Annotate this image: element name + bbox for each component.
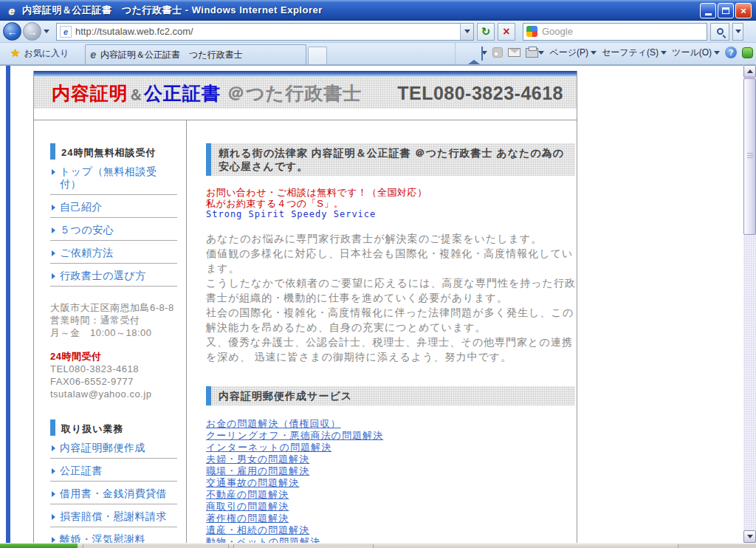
page-left-accent-strip — [6, 66, 10, 544]
arrow-up-icon — [747, 69, 753, 73]
window-controls: × — [700, 3, 752, 18]
page-menu-button[interactable]: ページ(P) — [549, 44, 597, 61]
navigation-bar: ← → e ↻ × — [0, 21, 756, 43]
sidebar-item-label: ご依頼方法 — [60, 247, 114, 259]
section-accent-bar — [50, 419, 55, 436]
taskbar-button[interactable] — [233, 544, 374, 548]
sidebar-item-label: ５つの安心 — [60, 224, 114, 236]
link-real-estate[interactable]: 不動産の問題解決 — [206, 489, 289, 501]
arrow-right-icon — [52, 227, 55, 233]
address-dropdown[interactable] — [460, 24, 473, 40]
scroll-down-button[interactable] — [743, 530, 756, 543]
intro-heading-text: 頼れる街の法律家 内容証明＆公正証書 ＠つた行政書士 あなたの為の安心屋さんです… — [211, 143, 575, 176]
minimize-icon — [705, 13, 712, 16]
chevron-down-icon — [735, 30, 741, 33]
printer-icon — [526, 48, 538, 58]
start-button-edge[interactable] — [0, 544, 78, 548]
arrow-right-icon — [52, 537, 55, 543]
sidebar-item-loan-documents[interactable]: 借用書・金銭消費貸借 — [50, 482, 177, 504]
stop-button[interactable]: × — [498, 23, 515, 41]
link-inheritance[interactable]: 遺産・相続の問題解決 — [206, 524, 309, 536]
taskbar-strip — [0, 543, 756, 548]
search-button[interactable] — [710, 23, 729, 41]
maximize-button[interactable] — [718, 3, 734, 18]
link-workplace-problems[interactable]: 職場・雇用の問題解決 — [206, 465, 309, 477]
contact-fax: FAX06-6552-9777 — [50, 375, 177, 388]
arrow-right-icon — [52, 250, 55, 256]
arrow-right-icon — [52, 205, 55, 210]
scrollbar-thumb[interactable] — [743, 78, 756, 235]
mail-button[interactable] — [508, 44, 520, 61]
minimize-button[interactable] — [700, 3, 716, 18]
chevron-down-icon — [44, 30, 49, 33]
link-commercial-transactions[interactable]: 商取引の問題解決 — [206, 501, 289, 513]
contact-tel: TEL080-3823-4618 — [50, 363, 177, 375]
link-marital-problems[interactable]: 夫婦・男女の問題解決 — [206, 453, 309, 465]
help-icon: ? — [725, 47, 737, 58]
notice-block: お問い合わせ・ご相談は無料です！（全国対応） 私がお約束する４つの「S」。 St… — [206, 187, 577, 220]
url-input[interactable] — [72, 26, 460, 37]
ie-logo-icon: e — [4, 4, 19, 17]
site-title: 内容証明＆公正証書 ＠つた行政書士 — [52, 81, 362, 106]
refresh-button[interactable]: ↻ — [477, 23, 495, 41]
tools-menu-button[interactable]: ツール(O) — [672, 44, 720, 61]
search-input[interactable] — [537, 26, 707, 37]
sidebar-item-profile[interactable]: 自己紹介 — [50, 195, 177, 218]
sidebar-item-choosing-gyoseishoshi[interactable]: 行政書士の選び方 — [50, 264, 177, 287]
notice-four-s: 私がお約束する４つの「S」。 — [206, 198, 577, 209]
rss-feed-icon — [492, 47, 503, 58]
back-button[interactable]: ← — [3, 22, 21, 41]
help-button[interactable]: ? — [725, 44, 737, 61]
sidebar-item-top[interactable]: トップ（無料相談受付） — [50, 160, 177, 195]
section-title: 24時間無料相談受付 — [55, 143, 173, 160]
sidebar-item-naiyoshomei[interactable]: 内容証明郵便作成 — [50, 436, 177, 459]
scroll-up-button[interactable] — [743, 65, 756, 78]
site-title-gray: ＠つた行政書士 — [227, 83, 362, 103]
tab-active[interactable]: e 内容証明＆公正証書 つた行政書士 — [85, 44, 306, 64]
sidebar-item-damages-claim[interactable]: 損害賠償・慰謝料請求 — [50, 504, 177, 527]
close-button[interactable]: × — [735, 3, 752, 18]
link-money-problems[interactable]: お金の問題解決（債権回収） — [206, 418, 341, 430]
notice-free-consultation: お問い合わせ・ご相談は無料です！（全国対応） — [206, 187, 577, 198]
favorites-button[interactable]: ★ お気に入り — [6, 44, 73, 62]
section-accent-bar — [50, 143, 55, 160]
sidebar-item-koseishosho[interactable]: 公正証書 — [50, 459, 177, 482]
link-copyright[interactable]: 著作権の問題解決 — [206, 513, 289, 524]
link-internet-problems[interactable]: インターネットの問題解決 — [206, 442, 331, 453]
site-header: 内容証明＆公正証書 ＠つた行政書士 TEL080-3823-4618 — [34, 71, 577, 120]
sidebar-item-label: 損害賠償・慰謝料請求 — [60, 510, 167, 523]
safety-menu-button[interactable]: セーフティ(S) — [602, 44, 667, 61]
home-icon — [468, 47, 480, 58]
arrow-down-icon — [747, 535, 753, 538]
forward-button[interactable]: → — [23, 22, 41, 41]
sidebar: 24時間無料相談受付 トップ（無料相談受付） 自己紹介 ５つの安心 ご依頼方法 … — [34, 120, 187, 543]
sidebar-item-five-assurances[interactable]: ５つの安心 — [50, 218, 177, 241]
contact-email: tsutalaw@yahoo.co.jp — [50, 388, 177, 400]
vertical-scrollbar[interactable] — [743, 65, 756, 543]
recent-pages-dropdown[interactable] — [41, 24, 52, 39]
mail-icon — [508, 48, 520, 57]
search-options-dropdown[interactable] — [732, 23, 743, 41]
tab-title: 内容証明＆公正証書 つた行政書士 — [100, 49, 243, 61]
arrow-right-icon — [52, 445, 55, 451]
paragraph: 社会の国際化・複雑化・高度情報化に伴った法律問題が多く発生し、この解決能力を昂め… — [206, 305, 577, 335]
arrow-right-icon — [52, 514, 55, 520]
feeds-button[interactable] — [492, 44, 503, 61]
new-tab-button[interactable] — [308, 47, 327, 64]
header-gradient-bar — [34, 71, 577, 78]
search-box[interactable] — [523, 23, 707, 41]
site-title-amp: ＆ — [128, 86, 144, 103]
arrow-right-icon — [52, 468, 55, 474]
taskbar-button[interactable] — [83, 544, 229, 548]
print-button[interactable] — [526, 44, 544, 61]
home-button[interactable] — [468, 44, 487, 61]
address-bar[interactable]: e — [56, 23, 474, 41]
sidebar-item-how-to-request[interactable]: ご依頼方法 — [50, 241, 177, 264]
link-cooling-off[interactable]: クーリングオフ・悪徳商法の問題解決 — [206, 430, 383, 442]
messenger-icon — [742, 47, 753, 58]
link-traffic-accident[interactable]: 交通事故の問題解決 — [206, 477, 299, 489]
messenger-button[interactable] — [742, 44, 753, 61]
arrow-right-icon — [52, 491, 55, 497]
contact-hours-1: 営業時間：通常受付 — [50, 314, 177, 326]
intro-paragraphs: あなたのお悩みに専門家行政書士が解決案のご提案をいたします。 価値観の多様化に対… — [206, 231, 577, 364]
